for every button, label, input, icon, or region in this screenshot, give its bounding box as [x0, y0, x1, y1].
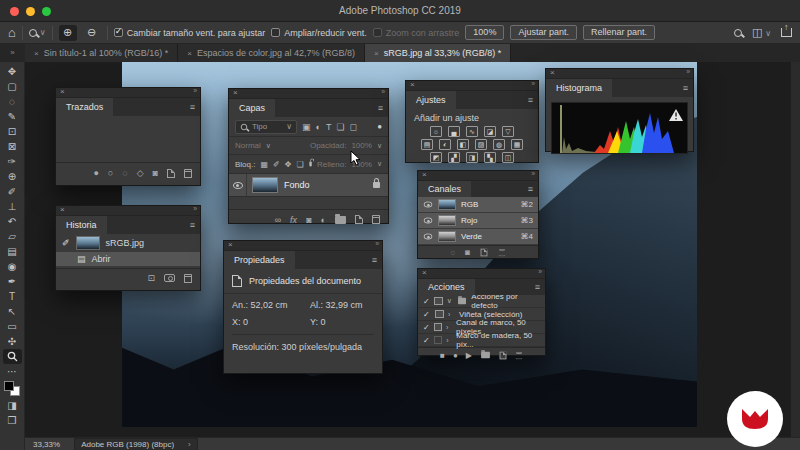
load-selection-icon[interactable]: ◌ [122, 168, 127, 178]
tab-capas[interactable]: Capas [229, 99, 275, 117]
color-profile-status[interactable]: Adobe RGB (1998) (8bpc) › [74, 438, 198, 450]
channel-row-verde[interactable]: Verde ⌘4 [418, 229, 538, 245]
selective-color-icon[interactable]: ◫ [502, 152, 514, 163]
include-check-icon[interactable]: ✓ [423, 297, 430, 306]
tool-type[interactable]: T [3, 289, 22, 304]
new-path-icon[interactable] [167, 169, 175, 178]
lock-pixels-icon[interactable]: ✐ [273, 160, 280, 169]
workspace-switcher[interactable]: ◫ ∨ [752, 26, 771, 39]
chevron-down-icon[interactable]: ∨ [447, 297, 453, 305]
tool-rectangle[interactable]: ▭ [3, 319, 22, 334]
vector-mask-icon[interactable]: ◇ [137, 168, 144, 178]
delete-action-icon[interactable] [516, 351, 523, 359]
play-icon[interactable]: ▶ [466, 351, 472, 360]
opacity-value[interactable]: 100% [351, 141, 371, 150]
dialog-toggle-empty-icon[interactable] [434, 336, 442, 344]
close-icon[interactable]: × [422, 170, 427, 179]
panel-menu-icon[interactable]: ≡ [535, 282, 540, 292]
close-icon[interactable]: × [550, 68, 555, 77]
fill-path-icon[interactable]: ● [93, 168, 98, 178]
panel-menu-icon[interactable]: ≡ [190, 220, 195, 230]
zoom-in-button[interactable]: ⊕ [59, 25, 77, 41]
tool-frame[interactable]: ⊠ [3, 139, 22, 154]
close-icon[interactable]: × [34, 49, 39, 58]
share-icon[interactable] [781, 28, 792, 37]
collapse-icon[interactable]: ›› [193, 87, 196, 94]
history-snapshot-row[interactable]: ✐ sRGB.jpg [56, 234, 200, 252]
panel-menu-icon[interactable]: ≡ [528, 184, 533, 194]
brightness-contrast-icon[interactable]: ☼ [430, 126, 442, 137]
tab-acciones[interactable]: Acciones [418, 279, 475, 295]
filter-toggle-icon[interactable]: ● [377, 122, 382, 131]
lock-artboard-icon[interactable]: ❏ [296, 160, 303, 169]
panel-menu-icon[interactable]: ≡ [372, 255, 377, 265]
lock-transparency-icon[interactable]: ▦ [260, 160, 268, 169]
collapse-icon[interactable]: ›› [538, 268, 541, 275]
panel-menu-icon[interactable]: ≡ [683, 83, 688, 93]
layer-row-fondo[interactable]: Fondo [229, 173, 388, 197]
filter-pixel-icon[interactable]: ▣ [302, 122, 311, 132]
zoom-level-field[interactable]: 33,33% [33, 440, 60, 449]
layer-style-icon[interactable]: fx [290, 215, 297, 225]
resize-windows-checkbox[interactable]: Cambiar tamaño vent. para ajustar [114, 28, 266, 38]
record-icon[interactable]: ● [453, 351, 458, 360]
tool-blur[interactable]: ◉ [3, 259, 22, 274]
dialog-toggle-icon[interactable] [434, 323, 442, 331]
delete-state-icon[interactable] [184, 274, 192, 283]
channel-visibility-icon[interactable] [424, 218, 433, 224]
black-white-icon[interactable]: ◧ [457, 139, 469, 150]
close-icon[interactable]: × [410, 80, 415, 89]
lock-all-icon[interactable] [309, 162, 312, 167]
tab-propiedades[interactable]: Propiedades [224, 251, 295, 269]
tool-move[interactable]: ✥ [3, 64, 22, 79]
link-layers-icon[interactable]: ∞ [275, 215, 281, 225]
collapse-icon[interactable]: ›› [531, 80, 534, 87]
tool-clone-stamp[interactable]: ⊥ [3, 199, 22, 214]
close-icon[interactable]: × [422, 268, 427, 277]
dialog-toggle-icon[interactable] [435, 310, 444, 318]
close-icon[interactable]: × [233, 88, 238, 97]
filter-type-icon[interactable]: T [326, 122, 332, 132]
fill-screen-button[interactable]: Rellenar pant. [583, 25, 655, 40]
panel-menu-icon[interactable]: ≡ [190, 102, 195, 112]
add-layer-mask-icon[interactable]: ◙ [306, 215, 311, 225]
stop-icon[interactable]: ■ [440, 351, 445, 360]
dialog-toggle-icon[interactable] [434, 297, 442, 305]
tool-quick-selection[interactable]: ✎ [3, 109, 22, 124]
close-icon[interactable]: × [374, 49, 379, 58]
close-icon[interactable]: × [187, 49, 192, 58]
blend-mode-dropdown[interactable]: Normal [235, 141, 261, 150]
stroke-path-icon[interactable]: ○ [108, 168, 113, 178]
actual-size-button[interactable]: 100% [465, 25, 504, 40]
tab-trazados[interactable]: Trazados [56, 98, 113, 116]
tool-zoom-selected[interactable] [3, 349, 22, 364]
new-group-icon[interactable] [335, 216, 346, 224]
fit-screen-button[interactable]: Ajustar pant. [510, 25, 577, 40]
chevron-right-icon[interactable]: › [448, 311, 455, 318]
close-icon[interactable]: × [228, 240, 233, 249]
foreground-background-swatches[interactable] [4, 381, 20, 396]
tool-rectangular-marquee[interactable]: ▢ [3, 79, 22, 94]
filter-shape-icon[interactable]: ❏ [336, 122, 344, 132]
color-balance-icon[interactable]: ◐ [439, 139, 451, 150]
vibrance-icon[interactable]: ▽ [502, 126, 514, 137]
foreground-color-swatch[interactable] [4, 381, 14, 391]
new-adjustment-layer-icon[interactable]: ◐ [321, 215, 326, 225]
home-icon[interactable]: ⌂ [8, 25, 16, 40]
tab-srgb-active[interactable]: × sRGB.jpg al 33,3% (RGB/8) * [365, 44, 511, 62]
new-action-icon[interactable] [500, 351, 507, 359]
zoom-out-button[interactable]: ⊖ [83, 25, 101, 41]
tool-gradient[interactable]: ▤ [3, 244, 22, 259]
invert-icon[interactable]: ◩ [430, 152, 442, 163]
tool-lasso[interactable]: ◌ [3, 94, 22, 109]
panel-menu-icon[interactable]: ≡ [528, 95, 533, 105]
layer-filter-dropdown[interactable]: Tipo ∨ [235, 120, 297, 134]
tool-pen[interactable]: ✒ [3, 274, 22, 289]
include-check-icon[interactable]: ✓ [423, 336, 430, 345]
status-chevron-icon[interactable]: › [188, 440, 191, 449]
channel-mixer-icon[interactable]: ◍ [493, 139, 505, 150]
collapse-icon[interactable]: ›› [375, 240, 378, 247]
tab-histograma[interactable]: Histograma [546, 79, 612, 97]
collapse-icon[interactable]: ›› [531, 170, 534, 177]
exposure-icon[interactable]: ◪ [484, 126, 496, 137]
